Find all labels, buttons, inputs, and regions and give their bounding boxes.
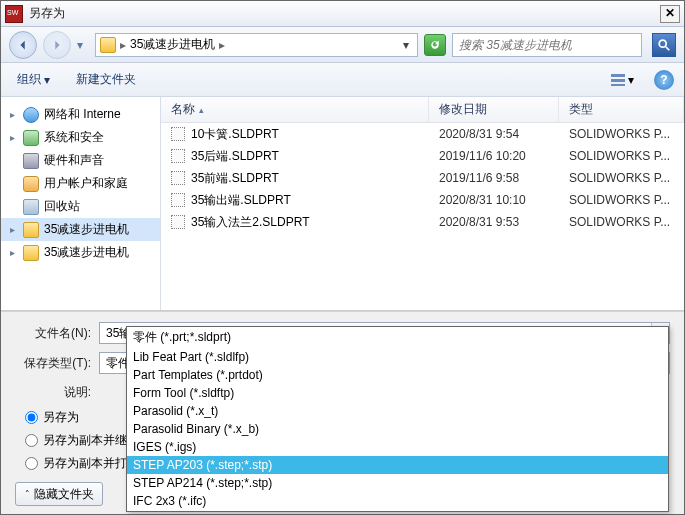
file-date: 2019/11/6 9:58 bbox=[429, 171, 559, 185]
file-type: SOLIDWORKS P... bbox=[559, 127, 684, 141]
toolbar: 组织▾ 新建文件夹 ▾ ? bbox=[1, 63, 684, 97]
chevron-down-icon: ▾ bbox=[44, 73, 50, 87]
file-type: SOLIDWORKS P... bbox=[559, 149, 684, 163]
nav-history-dropdown[interactable]: ▾ bbox=[77, 38, 89, 52]
search-box[interactable] bbox=[452, 33, 642, 57]
file-row[interactable]: 35输出端.SLDPRT 2020/8/31 10:10 SOLIDWORKS … bbox=[161, 189, 684, 211]
file-row[interactable]: 10卡簧.SLDPRT 2020/8/31 9:54 SOLIDWORKS P.… bbox=[161, 123, 684, 145]
column-name[interactable]: 名称▴ bbox=[161, 97, 429, 122]
filetype-option[interactable]: IFC 4 (*.ifc) bbox=[127, 510, 668, 512]
new-folder-button[interactable]: 新建文件夹 bbox=[70, 67, 142, 92]
list-view-icon bbox=[610, 73, 626, 87]
file-name: 35输入法兰2.SLDPRT bbox=[191, 214, 309, 231]
address-bar[interactable]: ▸ 35减速步进电机 ▸ ▾ bbox=[95, 33, 418, 57]
tree-item[interactable]: 用户帐户和家庭 bbox=[1, 172, 160, 195]
tree-item[interactable]: ▸ 网络和 Interne bbox=[1, 103, 160, 126]
svg-rect-3 bbox=[611, 84, 625, 86]
path-segment[interactable]: 35减速步进电机 bbox=[130, 36, 215, 53]
description-label: 说明: bbox=[15, 382, 91, 401]
filetype-option[interactable]: 零件 (*.prt;*.sldprt) bbox=[127, 327, 668, 348]
tree-item-label: 35减速步进电机 bbox=[44, 244, 129, 261]
view-mode-button[interactable]: ▾ bbox=[604, 69, 640, 91]
svg-rect-2 bbox=[611, 79, 625, 82]
filetype-option[interactable]: Parasolid (*.x_t) bbox=[127, 402, 668, 420]
filetype-dropdown-list[interactable]: 零件 (*.prt;*.sldprt)Lib Feat Part (*.sldl… bbox=[126, 326, 669, 512]
expander-icon[interactable] bbox=[7, 201, 18, 212]
sort-asc-icon: ▴ bbox=[199, 105, 204, 115]
folder-tree[interactable]: ▸ 网络和 Interne▸ 系统和安全 硬件和声音 用户帐户和家庭 回收站▸ … bbox=[1, 97, 161, 310]
folder-icon bbox=[100, 37, 116, 53]
part-file-icon bbox=[171, 149, 185, 163]
ico-folder-icon bbox=[23, 222, 39, 238]
ico-recycle-icon bbox=[23, 199, 39, 215]
column-headers: 名称▴ 修改日期 类型 bbox=[161, 97, 684, 123]
save-as-dialog: 另存为 ✕ ▾ ▸ 35减速步进电机 ▸ ▾ 组织▾ bbox=[0, 0, 685, 515]
file-name: 10卡簧.SLDPRT bbox=[191, 126, 279, 143]
chevron-right-icon[interactable]: ▸ bbox=[219, 38, 225, 52]
column-date[interactable]: 修改日期 bbox=[429, 97, 559, 122]
main-area: ▸ 网络和 Interne▸ 系统和安全 硬件和声音 用户帐户和家庭 回收站▸ … bbox=[1, 97, 684, 311]
nav-forward-button[interactable] bbox=[43, 31, 71, 59]
svg-point-0 bbox=[659, 40, 666, 47]
close-button[interactable]: ✕ bbox=[660, 5, 680, 23]
arrow-left-icon bbox=[16, 38, 30, 52]
filetype-option[interactable]: Part Templates (*.prtdot) bbox=[127, 366, 668, 384]
ico-hw-icon bbox=[23, 153, 39, 169]
hide-folders-button[interactable]: ˄ 隐藏文件夹 bbox=[15, 482, 103, 506]
nav-back-button[interactable] bbox=[9, 31, 37, 59]
tree-item[interactable]: 硬件和声音 bbox=[1, 149, 160, 172]
expander-icon[interactable]: ▸ bbox=[7, 224, 18, 235]
filetype-label: 保存类型(T): bbox=[15, 355, 91, 372]
tree-item-label: 回收站 bbox=[44, 198, 80, 215]
filetype-option[interactable]: Parasolid Binary (*.x_b) bbox=[127, 420, 668, 438]
tree-item[interactable]: ▸ 系统和安全 bbox=[1, 126, 160, 149]
ico-net-icon bbox=[23, 107, 39, 123]
tree-item[interactable]: ▸ 35减速步进电机 bbox=[1, 241, 160, 264]
tree-item-label: 硬件和声音 bbox=[44, 152, 104, 169]
expander-icon[interactable] bbox=[7, 178, 18, 189]
part-file-icon bbox=[171, 171, 185, 185]
tree-item-label: 系统和安全 bbox=[44, 129, 104, 146]
file-row[interactable]: 35输入法兰2.SLDPRT 2020/8/31 9:53 SOLIDWORKS… bbox=[161, 211, 684, 233]
search-input[interactable] bbox=[453, 38, 641, 52]
tree-item[interactable]: ▸ 35减速步进电机 bbox=[1, 218, 160, 241]
expander-icon[interactable]: ▸ bbox=[7, 247, 18, 258]
file-list[interactable]: 10卡簧.SLDPRT 2020/8/31 9:54 SOLIDWORKS P.… bbox=[161, 123, 684, 310]
ico-user-icon bbox=[23, 176, 39, 192]
filetype-option[interactable]: Lib Feat Part (*.sldlfp) bbox=[127, 348, 668, 366]
ico-folder-icon bbox=[23, 245, 39, 261]
tree-item[interactable]: 回收站 bbox=[1, 195, 160, 218]
filetype-option[interactable]: STEP AP214 (*.step;*.stp) bbox=[127, 474, 668, 492]
expander-icon[interactable] bbox=[7, 155, 18, 166]
filetype-option[interactable]: IGES (*.igs) bbox=[127, 438, 668, 456]
app-icon bbox=[5, 5, 23, 23]
file-date: 2020/8/31 10:10 bbox=[429, 193, 559, 207]
file-type: SOLIDWORKS P... bbox=[559, 193, 684, 207]
titlebar: 另存为 ✕ bbox=[1, 1, 684, 27]
tree-item-label: 用户帐户和家庭 bbox=[44, 175, 128, 192]
file-name: 35后端.SLDPRT bbox=[191, 148, 279, 165]
expander-icon[interactable]: ▸ bbox=[7, 109, 18, 120]
help-button[interactable]: ? bbox=[654, 70, 674, 90]
file-date: 2019/11/6 10:20 bbox=[429, 149, 559, 163]
file-type: SOLIDWORKS P... bbox=[559, 215, 684, 229]
column-type[interactable]: 类型 bbox=[559, 97, 684, 122]
address-dropdown[interactable]: ▾ bbox=[399, 38, 413, 52]
file-row[interactable]: 35前端.SLDPRT 2019/11/6 9:58 SOLIDWORKS P.… bbox=[161, 167, 684, 189]
filetype-option[interactable]: IFC 2x3 (*.ifc) bbox=[127, 492, 668, 510]
file-date: 2020/8/31 9:54 bbox=[429, 127, 559, 141]
part-file-icon bbox=[171, 127, 185, 141]
svg-rect-1 bbox=[611, 74, 625, 77]
file-name: 35输出端.SLDPRT bbox=[191, 192, 291, 209]
filetype-option[interactable]: Form Tool (*.sldftp) bbox=[127, 384, 668, 402]
search-button[interactable] bbox=[652, 33, 676, 57]
file-row[interactable]: 35后端.SLDPRT 2019/11/6 10:20 SOLIDWORKS P… bbox=[161, 145, 684, 167]
chevron-down-icon: ▾ bbox=[628, 73, 634, 87]
tree-item-label: 网络和 Interne bbox=[44, 106, 121, 123]
expander-icon[interactable]: ▸ bbox=[7, 132, 18, 143]
file-pane: 名称▴ 修改日期 类型 10卡簧.SLDPRT 2020/8/31 9:54 S… bbox=[161, 97, 684, 310]
file-type: SOLIDWORKS P... bbox=[559, 171, 684, 185]
refresh-button[interactable] bbox=[424, 34, 446, 56]
organize-button[interactable]: 组织▾ bbox=[11, 67, 56, 92]
filetype-option[interactable]: STEP AP203 (*.step;*.stp) bbox=[127, 456, 668, 474]
